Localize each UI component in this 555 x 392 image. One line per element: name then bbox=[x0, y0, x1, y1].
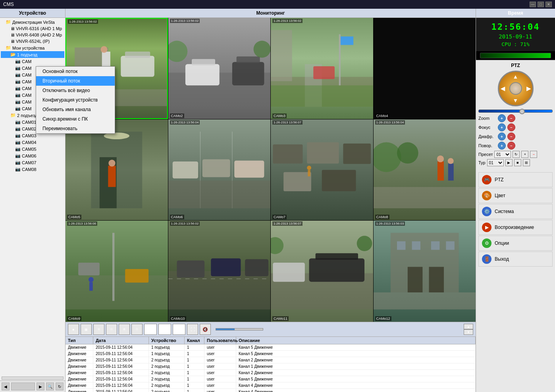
layout-5x5-btn[interactable]: ⊠ bbox=[119, 324, 130, 335]
video-cell-10[interactable]: 1-26-2313 13:56:02 CAMo10 bbox=[168, 221, 271, 322]
event-row-7[interactable]: Движение2015-09-11 12:56:042 подъезд1use… bbox=[66, 389, 476, 392]
close-button[interactable]: ✕ bbox=[545, 2, 552, 7]
layout-2x2-btn[interactable]: ▦ bbox=[81, 324, 92, 335]
sidebar-scroll-indicator bbox=[11, 382, 35, 390]
right-btn-воспроизведение[interactable]: ▶Воспроизведение bbox=[478, 220, 553, 235]
event-row-5[interactable]: Движение2015-09-11 12:56:042 подъезд1use… bbox=[66, 376, 476, 382]
page-num-64[interactable]: 64 bbox=[173, 324, 185, 335]
event-cell-1-2: 1 подъезд bbox=[149, 351, 185, 357]
sidebar-item-entrance1[interactable]: 📂 1 подъезд bbox=[1, 51, 64, 58]
ptz-tour-grid-btn[interactable]: ⊞ bbox=[523, 159, 530, 166]
sidebar-item-vhvr6316[interactable]: 🖥 VHVR-6316 (AHD 1 Mp bbox=[1, 25, 64, 32]
ptz-preset-select[interactable]: 010203 bbox=[494, 151, 511, 158]
video-cell-8[interactable]: 1-26-2313 13:56:04 CAMo8 bbox=[374, 119, 476, 221]
context-item-primary-stream[interactable]: Основной поток bbox=[36, 67, 115, 76]
ptz-diafr-out-btn[interactable]: − bbox=[507, 133, 515, 140]
right-btn-система[interactable]: ⚙️Система bbox=[478, 204, 553, 219]
scroll-up-btn[interactable]: ▲ bbox=[464, 324, 473, 329]
context-item-disable-video[interactable]: Отключить всё видео bbox=[36, 86, 115, 95]
maximize-button[interactable]: □ bbox=[538, 2, 544, 7]
video-cell-12[interactable]: 1-26-2313 13:56:03 CAMo12 bbox=[374, 221, 476, 322]
ptz-preset-minus-btn[interactable]: − bbox=[530, 151, 537, 158]
ptz-preset-refresh-btn[interactable]: ↻ bbox=[513, 151, 520, 158]
right-btn-icon-0: 🎮 bbox=[482, 175, 491, 184]
sidebar-cam-e2-7[interactable]: 📷 CAM07 bbox=[1, 159, 64, 166]
ptz-tour-select[interactable]: 010203 bbox=[487, 159, 504, 166]
ptz-center-knob[interactable] bbox=[509, 82, 522, 95]
sidebar-scrollbar[interactable] bbox=[2, 377, 64, 380]
sidebar-item-mydevices[interactable]: 📁 Мои устройства bbox=[1, 44, 64, 51]
context-item-rename[interactable]: Переименовать bbox=[36, 124, 115, 133]
sidebar-search-btn[interactable]: 🔍 bbox=[46, 382, 54, 390]
ptz-focus-out-btn[interactable]: − bbox=[507, 123, 515, 131]
right-btn-выход[interactable]: 🚪Выход bbox=[478, 252, 553, 267]
sidebar-item-vhvr6408[interactable]: 🖥 VHVR-6408 (AHD 2 Mp bbox=[1, 32, 64, 38]
context-item-secondary-stream[interactable]: Вторичный поток bbox=[36, 76, 115, 86]
event-cell-3-1: 2015-09-11 12:56:04 bbox=[93, 363, 149, 369]
signal-bar-inner bbox=[480, 53, 551, 58]
page-num-36[interactable]: 36 bbox=[158, 324, 171, 335]
sidebar-cam-e2-4[interactable]: 📷 CAM04 bbox=[1, 139, 64, 146]
ptz-turn-out-btn[interactable]: − bbox=[507, 142, 515, 150]
ptz-speed-slider[interactable] bbox=[478, 110, 553, 113]
event-row-0[interactable]: Движение2015-09-11 12:56:041 подъезд1use… bbox=[66, 344, 476, 351]
fullscreen-btn[interactable]: ⛶ bbox=[187, 324, 198, 335]
ptz-tour-play-btn[interactable]: ▶ bbox=[505, 159, 513, 166]
video-cell-7[interactable]: 1-26-2313 13:56:07 CAMo7 bbox=[271, 119, 373, 221]
audio-btn[interactable]: 🔇 bbox=[200, 324, 211, 335]
right-btn-опции[interactable]: ⚙Опции bbox=[478, 236, 553, 251]
ptz-zoom-out-btn[interactable]: − bbox=[507, 114, 515, 122]
svg-rect-9 bbox=[185, 64, 219, 86]
context-item-refresh-channel[interactable]: Обновить имя канала bbox=[36, 105, 115, 114]
sidebar-cam-e2-8[interactable]: 📷 CAM08 bbox=[1, 166, 64, 173]
event-cell-7-1: 2015-09-11 12:56:04 bbox=[93, 389, 149, 392]
ptz-preset-add-btn[interactable]: + bbox=[521, 151, 528, 158]
sidebar-item-vnvr6524[interactable]: 🖥 VNVR-6524L (IP) bbox=[1, 38, 64, 44]
video-cell-4[interactable]: CAMo4 bbox=[374, 18, 476, 119]
cam2-icon5: 📷 bbox=[15, 146, 21, 152]
ptz-tour-stop-btn[interactable]: ■ bbox=[514, 159, 521, 166]
event-row-4[interactable]: Движение2015-09-11 12:56:042 подъезд1use… bbox=[66, 370, 476, 376]
ptz-turn-in-btn[interactable]: + bbox=[498, 142, 506, 150]
sidebar-item-demo[interactable]: 📁 Демонстрация VeSta bbox=[1, 19, 64, 25]
video-cell-9[interactable]: 1-26-2313 13:56:06 CAMo9 bbox=[66, 221, 168, 322]
layout-3x3-btn[interactable]: ⊞ bbox=[93, 324, 104, 335]
sidebar-cam-e1-1[interactable]: 📷 CAM bbox=[1, 58, 64, 65]
sidebar-prev-btn[interactable]: ◀ bbox=[2, 382, 10, 390]
event-row-2[interactable]: Движение2015-09-11 12:56:042 подъезд1use… bbox=[66, 357, 476, 363]
ptz-diafr-in-btn[interactable]: + bbox=[498, 133, 506, 140]
sidebar-refresh-btn[interactable]: ↻ bbox=[56, 382, 64, 390]
sidebar-cam-e2-5[interactable]: 📷 CAM05 bbox=[1, 146, 64, 152]
video-cell-3[interactable]: 1-26-2313 13:56:02 CAMo3 bbox=[271, 18, 373, 119]
context-item-sync-time[interactable]: Синхр.времени с ПК bbox=[36, 114, 115, 124]
video-cell-6[interactable]: 1-26-2313 13:56:04 CAMo6 bbox=[168, 119, 271, 221]
ptz-joystick[interactable]: ▲ ▼ ◀ ▶ bbox=[498, 71, 534, 106]
ptz-outer-ring[interactable]: ▲ ▼ ◀ ▶ bbox=[498, 71, 534, 106]
ptz-zoom-in-btn[interactable]: + bbox=[498, 114, 506, 122]
cam2-icon7: 📷 bbox=[15, 160, 21, 165]
video-cell-2[interactable]: 1-26-2313 13:56:02 CAMo2 bbox=[168, 18, 271, 119]
right-btn-ptz[interactable]: 🎮PTZ bbox=[478, 172, 553, 187]
page-num-25[interactable]: 25 bbox=[144, 324, 157, 335]
video-cell-11[interactable]: 1-26-2313 13:56:07 CAMo11 bbox=[271, 221, 373, 322]
layout-4x4-btn[interactable]: ⊟ bbox=[106, 324, 117, 335]
svg-rect-61 bbox=[273, 263, 304, 282]
layout-1x1-btn[interactable]: ■ bbox=[68, 324, 79, 335]
layout-6x6-btn[interactable]: ⊡ bbox=[131, 324, 143, 335]
event-row-3[interactable]: Движение2015-09-11 12:56:042 подъезд1use… bbox=[66, 363, 476, 370]
right-panel: Время 12:56:04 2015-09-11 CPU : 71% PTZ … bbox=[476, 9, 555, 392]
event-row-1[interactable]: Движение2015-09-11 12:56:041 подъезд1use… bbox=[66, 351, 476, 357]
event-row-6[interactable]: Движение2015-09-11 12:56:042 подъезд1use… bbox=[66, 382, 476, 389]
minimize-button[interactable]: — bbox=[530, 2, 536, 7]
sidebar-next-btn[interactable]: ▶ bbox=[37, 382, 44, 390]
app-title: CMS bbox=[3, 2, 14, 7]
scroll-down-btn[interactable]: ▼ bbox=[464, 329, 473, 335]
ptz-focus-in-btn[interactable]: + bbox=[498, 123, 506, 131]
volume-slider[interactable] bbox=[216, 328, 263, 331]
context-item-device-config[interactable]: Конфигурация устройств bbox=[36, 95, 115, 105]
right-btn-цвет[interactable]: 🎨Цвет bbox=[478, 188, 553, 203]
sidebar-cam-e2-6[interactable]: 📷 CAM06 bbox=[1, 152, 64, 159]
cam6-timestamp: 1-26-2313 13:56:04 bbox=[170, 120, 200, 125]
svg-rect-25 bbox=[108, 165, 116, 187]
video-cell-5[interactable]: 1-26-2313 13:56:04 CAMo5 bbox=[66, 119, 168, 221]
